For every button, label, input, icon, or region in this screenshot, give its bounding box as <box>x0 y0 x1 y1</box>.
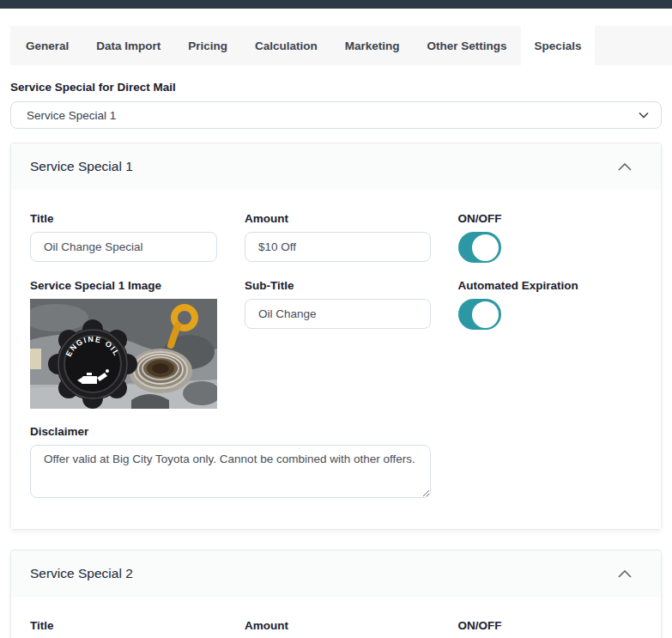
tab-general[interactable]: General <box>10 26 82 65</box>
service-special-2-card: Service Special 2 Title Amount ON/OFF Su… <box>10 550 662 638</box>
chevron-up-icon <box>618 163 632 171</box>
special-image-label: Service Special 1 Image <box>30 279 217 292</box>
collapse-button[interactable] <box>614 567 635 581</box>
automated-expiration-label: Automated Expiration <box>458 279 645 292</box>
tabbar-spacer <box>601 26 672 65</box>
title-input[interactable] <box>30 232 217 262</box>
subtitle-label: Sub-Title <box>245 279 431 292</box>
top-navigation-bar <box>0 0 672 9</box>
service-special-2-header[interactable]: Service Special 2 <box>11 550 661 597</box>
subtitle-field-group: Sub-Title <box>245 279 431 330</box>
chevron-up-icon <box>618 570 632 578</box>
service-special-1-header[interactable]: Service Special 1 <box>11 143 661 190</box>
collapse-button[interactable] <box>614 160 635 174</box>
tab-data-import[interactable]: Data Import <box>82 26 174 65</box>
tab-calculation[interactable]: Calculation <box>241 26 331 65</box>
engine-oil-photo[interactable]: ENGINE OIL <box>30 299 217 409</box>
automated-expiration-field-group: Automated Expiration <box>458 279 645 330</box>
chevron-down-icon <box>639 112 649 118</box>
service-special-1-title: Service Special 1 <box>30 159 133 174</box>
settings-tabbar: General Data Import Pricing Calculation … <box>10 26 672 65</box>
onoff-field-group: ON/OFF <box>458 212 645 263</box>
tab-marketing[interactable]: Marketing <box>331 26 414 65</box>
automated-expiration-toggle[interactable] <box>458 299 501 330</box>
tab-specials[interactable]: Specials <box>521 26 596 65</box>
direct-mail-selected-value: Service Special 1 <box>27 109 116 122</box>
direct-mail-select[interactable]: Service Special 1 <box>10 101 662 129</box>
subtitle-input[interactable] <box>245 299 431 329</box>
special-image-group: Service Special 1 Image <box>30 279 217 409</box>
service-special-1-card: Service Special 1 Title Amount ON/OFF Su… <box>10 143 662 530</box>
amount-field-group: Amount <box>245 212 431 263</box>
disclaimer-field-group: Disclaimer Offer valid at Big City Toyot… <box>30 425 431 501</box>
onoff-label: ON/OFF <box>458 619 645 632</box>
title-field-group: Title <box>30 212 217 263</box>
amount-input[interactable] <box>245 232 431 262</box>
toggle-knob <box>472 301 499 328</box>
onoff-toggle[interactable] <box>458 232 501 263</box>
direct-mail-label: Service Special for Direct Mail <box>10 81 662 94</box>
toggle-knob <box>472 234 499 261</box>
onoff-field-group: ON/OFF <box>458 619 645 638</box>
amount-label: Amount <box>245 212 431 225</box>
service-special-2-title: Service Special 2 <box>30 566 133 581</box>
amount-label: Amount <box>245 619 431 632</box>
tab-other-settings[interactable]: Other Settings <box>414 26 521 65</box>
disclaimer-label: Disclaimer <box>30 425 431 438</box>
title-label: Title <box>30 212 217 225</box>
tab-pricing[interactable]: Pricing <box>174 26 241 65</box>
title-field-group: Title <box>30 619 217 638</box>
amount-field-group: Amount <box>245 619 431 638</box>
onoff-label: ON/OFF <box>458 212 645 225</box>
title-label: Title <box>30 619 217 632</box>
disclaimer-textarea[interactable]: Offer valid at Big City Toyota only. Can… <box>30 445 431 498</box>
